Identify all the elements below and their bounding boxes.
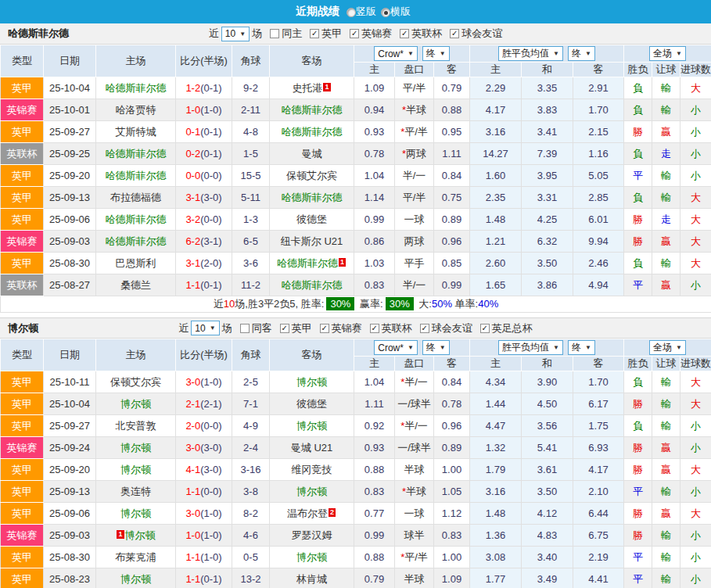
- match-row: 英联杯25-08-27桑德兰1-1(0-1)11-2哈德斯菲尔德0.83半/一0…: [1, 274, 711, 296]
- away-team[interactable]: 哈德斯菲尔德: [282, 279, 343, 291]
- selected-value: 全场: [653, 341, 672, 354]
- scope-select[interactable]: 全场▼: [649, 340, 686, 355]
- away-team[interactable]: 曼城 U21: [291, 442, 332, 454]
- odds-stage-select[interactable]: 终▼: [422, 340, 450, 355]
- line-text: 半/一: [404, 420, 428, 432]
- away-team[interactable]: 彼德堡: [296, 213, 327, 225]
- same-venue-checkbox[interactable]: [270, 29, 279, 38]
- home-odds: 0.83: [354, 481, 395, 503]
- scope-select[interactable]: 全场▼: [649, 46, 686, 61]
- away-team[interactable]: 博尔顿: [296, 486, 327, 497]
- away-team[interactable]: 保顿艾尔宾: [286, 170, 337, 181]
- match-row: 英锦赛25-09-24博尔顿3-0(3-0)2-4曼城 U210.93一/球半0…: [1, 437, 711, 459]
- league-checkbox[interactable]: ✓: [310, 29, 319, 38]
- goals-header: 进球数: [680, 63, 711, 77]
- goals-cell: 小: [680, 481, 711, 503]
- league-checkbox[interactable]: ✓: [320, 324, 329, 333]
- date-header: 日期: [44, 45, 96, 77]
- same-venue-checkbox[interactable]: [240, 324, 250, 333]
- check-icon: ✓: [321, 324, 327, 332]
- home-header: 主场: [96, 45, 176, 77]
- away-team[interactable]: 哈德斯菲尔德: [277, 257, 338, 269]
- half-time-score: (0-1): [200, 148, 221, 160]
- away-team[interactable]: 曼城: [302, 148, 322, 160]
- home-team[interactable]: 哈德斯菲尔德: [106, 235, 167, 247]
- home-team[interactable]: 博尔顿: [120, 507, 151, 519]
- away-team[interactable]: 博尔顿: [296, 376, 327, 388]
- home-team[interactable]: 博尔顿: [120, 573, 151, 585]
- league-checkbox[interactable]: ✓: [400, 29, 409, 38]
- avg-away-odds: 2.19: [573, 547, 624, 568]
- match-date: 25-09-06: [44, 503, 96, 525]
- games-count-select[interactable]: 10▼: [221, 27, 250, 41]
- league-checkbox[interactable]: ✓: [370, 324, 379, 333]
- match-row: 英锦赛25-09-031博尔顿1-0(1-0)4-6罗瑟汉姆0.99球半0.83…: [1, 525, 711, 547]
- home-team-cell: 哈德斯菲尔德: [96, 165, 176, 187]
- avg-away-odds: 9.94: [573, 231, 624, 253]
- away-team[interactable]: 史托港: [292, 82, 322, 94]
- avg-home-odds: 3.08: [470, 547, 522, 568]
- half-time-score: (0-1): [200, 279, 221, 291]
- half-time-score: (0-1): [200, 82, 221, 94]
- away-odds: 1.12: [434, 503, 470, 525]
- home-team[interactable]: 博尔顿: [120, 464, 151, 475]
- home-team[interactable]: 布莱克浦: [116, 551, 156, 563]
- bookmaker-select[interactable]: Crow*▼: [374, 340, 418, 355]
- home-team[interactable]: 保顿艾尔宾: [110, 376, 161, 388]
- avg-stage-select[interactable]: 终▼: [568, 340, 595, 355]
- handicap-line: 球半: [395, 525, 434, 547]
- home-team[interactable]: 奥连特: [120, 486, 151, 497]
- bookmaker-select[interactable]: Crow*▼: [374, 46, 418, 61]
- home-team[interactable]: 哈德斯菲尔德: [106, 213, 167, 225]
- goals-cell: 大: [680, 77, 711, 99]
- league-checkbox[interactable]: ✓: [280, 324, 289, 333]
- result-cell: 勝: [624, 231, 652, 253]
- away-odds: 0.89: [434, 209, 470, 231]
- avg-type-select[interactable]: 胜平负均值▼: [498, 46, 563, 61]
- home-team[interactable]: 哈洛贾特: [116, 104, 156, 116]
- home-team[interactable]: 哈德斯菲尔德: [106, 170, 167, 181]
- home-team[interactable]: 博尔顿: [125, 529, 156, 541]
- away-team[interactable]: 博尔顿: [296, 420, 327, 432]
- handicap-result-cell: 輸: [652, 481, 680, 503]
- league-checkbox[interactable]: ✓: [350, 29, 359, 38]
- home-team[interactable]: 博尔顿: [120, 398, 151, 410]
- avg-draw-odds: 3.35: [522, 77, 573, 99]
- competition-label: 英甲: [12, 398, 32, 410]
- line-text: 两球: [406, 148, 426, 160]
- home-team[interactable]: 艾斯特城: [116, 126, 156, 138]
- vertical-layout-radio[interactable]: [347, 8, 356, 17]
- home-team[interactable]: 哈德斯菲尔德: [106, 148, 167, 160]
- home-team[interactable]: 哈德斯菲尔德: [106, 82, 167, 94]
- odds-stage-select[interactable]: 终▼: [422, 46, 450, 61]
- league-checkbox[interactable]: ✓: [480, 324, 490, 333]
- home-team[interactable]: 巴恩斯利: [116, 257, 156, 269]
- summary-part: 10: [224, 298, 235, 310]
- avg-type-select[interactable]: 胜平负均值▼: [498, 340, 563, 355]
- selected-value: 10: [225, 28, 235, 39]
- away-team[interactable]: 纽卡斯尔 U21: [281, 235, 343, 247]
- away-team[interactable]: 维冈竞技: [292, 464, 332, 475]
- away-team[interactable]: 林肯城: [296, 573, 327, 585]
- goals-cell: 小: [680, 274, 711, 296]
- horizontal-layout-radio[interactable]: [381, 8, 390, 17]
- away-team-cell: 曼城 U21: [270, 437, 354, 459]
- handicap-result-cell: 輸: [652, 568, 680, 588]
- home-team[interactable]: 北安普敦: [116, 420, 156, 432]
- home-team[interactable]: 布拉德福德: [110, 192, 161, 203]
- home-team[interactable]: 博尔顿: [120, 442, 151, 454]
- half-time-score: (3-0): [200, 442, 221, 454]
- away-team[interactable]: 哈德斯菲尔德: [282, 104, 343, 116]
- league-checkbox[interactable]: ✓: [450, 29, 459, 38]
- away-team[interactable]: 哈德斯菲尔德: [282, 126, 343, 138]
- avg-stage-select[interactable]: 终▼: [568, 46, 595, 61]
- games-count-select[interactable]: 10▼: [191, 321, 219, 335]
- away-team[interactable]: 哈德斯菲尔德: [282, 192, 343, 203]
- home-team[interactable]: 桑德兰: [120, 279, 151, 291]
- away-team[interactable]: 彼德堡: [296, 398, 327, 410]
- handicap-result-cell: 輸: [652, 371, 680, 393]
- away-team[interactable]: 温布尔登: [287, 507, 328, 519]
- league-checkbox[interactable]: ✓: [420, 324, 429, 333]
- away-team[interactable]: 罗瑟汉姆: [292, 529, 332, 541]
- away-team[interactable]: 博尔顿: [296, 551, 327, 563]
